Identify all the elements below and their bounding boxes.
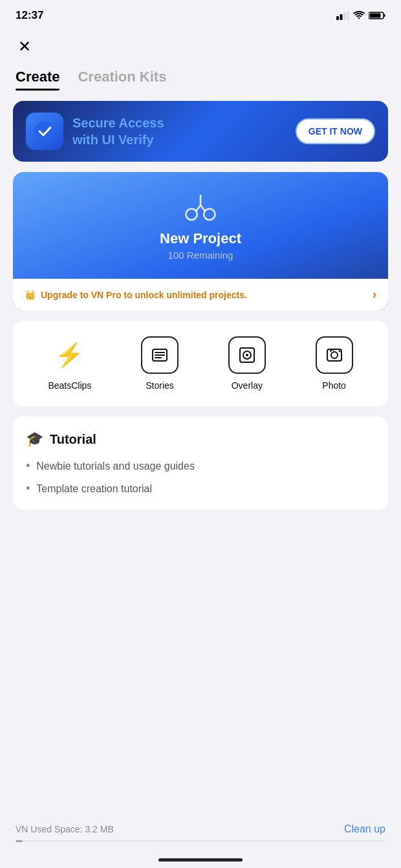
- get-it-now-button[interactable]: GET IT NOW: [296, 118, 375, 144]
- storage-bar: [16, 840, 385, 842]
- promo-icon: [26, 113, 63, 150]
- upgrade-text: 👑 Upgrade to VN Pro to unlock unlimited …: [25, 290, 247, 300]
- new-project-card[interactable]: New Project 100 Remaining 👑 Upgrade to V…: [13, 172, 388, 310]
- status-bar: 12:37: [0, 0, 401, 27]
- svg-point-7: [34, 121, 55, 142]
- upgrade-bar[interactable]: 👑 Upgrade to VN Pro to unlock unlimited …: [13, 279, 388, 310]
- tutorial-list: Newbie tutorials and usage guides Templa…: [26, 459, 375, 495]
- new-project-main: New Project 100 Remaining: [13, 172, 388, 279]
- footer: VN Used Space: 3.2 MB Clean up: [0, 823, 401, 842]
- home-indicator: [158, 858, 243, 862]
- tutorial-item-2[interactable]: Template creation tutorial: [26, 482, 375, 495]
- svg-point-19: [246, 354, 248, 356]
- graduation-cap-icon: 🎓: [26, 431, 43, 448]
- new-project-label: New Project: [160, 230, 241, 247]
- promo-text: Secure Access with UI Verify: [72, 114, 287, 148]
- action-stories[interactable]: Stories: [141, 336, 179, 391]
- promo-banner[interactable]: Secure Access with UI Verify GET IT NOW: [13, 101, 388, 162]
- action-overlay[interactable]: Overlay: [228, 336, 266, 391]
- tabs-container: Create Creation Kits: [0, 63, 401, 91]
- beatsclips-label: BeatsClips: [48, 380, 91, 391]
- tab-creation-kits[interactable]: Creation Kits: [78, 69, 166, 91]
- battery-icon: [369, 11, 385, 20]
- svg-rect-2: [343, 12, 346, 20]
- tutorial-title: Tutorial: [50, 432, 96, 447]
- stories-label: Stories: [146, 380, 174, 391]
- tutorial-item-1[interactable]: Newbie tutorials and usage guides: [26, 459, 375, 473]
- svg-line-11: [200, 206, 205, 212]
- scissors-icon: [184, 193, 217, 222]
- main-content: Secure Access with UI Verify GET IT NOW …: [0, 91, 401, 520]
- svg-rect-0: [336, 16, 339, 20]
- close-button[interactable]: ✕: [16, 35, 34, 58]
- storage-label: VN Used Space: 3.2 MB: [16, 824, 114, 834]
- promo-title: Secure Access with UI Verify: [72, 114, 287, 148]
- svg-rect-1: [340, 14, 343, 20]
- wifi-icon: [353, 11, 365, 20]
- svg-rect-5: [384, 14, 385, 17]
- upgrade-arrow-icon: ›: [373, 288, 376, 301]
- stories-icon: [141, 336, 179, 374]
- checkmark-icon: [33, 120, 56, 143]
- svg-rect-6: [370, 14, 381, 18]
- storage-fill: [16, 840, 23, 842]
- remaining-label: 100 Remaining: [168, 250, 233, 261]
- overlay-icon: [228, 336, 266, 374]
- svg-line-10: [196, 206, 200, 212]
- tutorial-card: 🎓 Tutorial Newbie tutorials and usage gu…: [13, 417, 388, 510]
- photo-label: Photo: [322, 380, 346, 391]
- crown-icon: 👑: [25, 290, 36, 300]
- photo-icon: [316, 336, 353, 374]
- overlay-label: Overlay: [232, 380, 263, 391]
- storage-row: VN Used Space: 3.2 MB Clean up: [16, 823, 385, 835]
- tab-create[interactable]: Create: [16, 69, 60, 91]
- status-time: 12:37: [16, 9, 43, 22]
- svg-point-22: [338, 351, 340, 353]
- status-icons: [336, 11, 385, 20]
- cleanup-button[interactable]: Clean up: [344, 823, 385, 835]
- action-photo[interactable]: Photo: [316, 336, 353, 391]
- close-button-area: ✕: [0, 27, 401, 63]
- beatsclips-icon: ⚡: [51, 336, 89, 374]
- quick-actions-card: ⚡ BeatsClips Stories: [13, 321, 388, 406]
- signal-icon: [336, 11, 349, 20]
- tutorial-header: 🎓 Tutorial: [26, 431, 375, 448]
- svg-rect-3: [347, 11, 350, 20]
- svg-point-21: [331, 352, 338, 358]
- action-beatsclips[interactable]: ⚡ BeatsClips: [48, 336, 91, 391]
